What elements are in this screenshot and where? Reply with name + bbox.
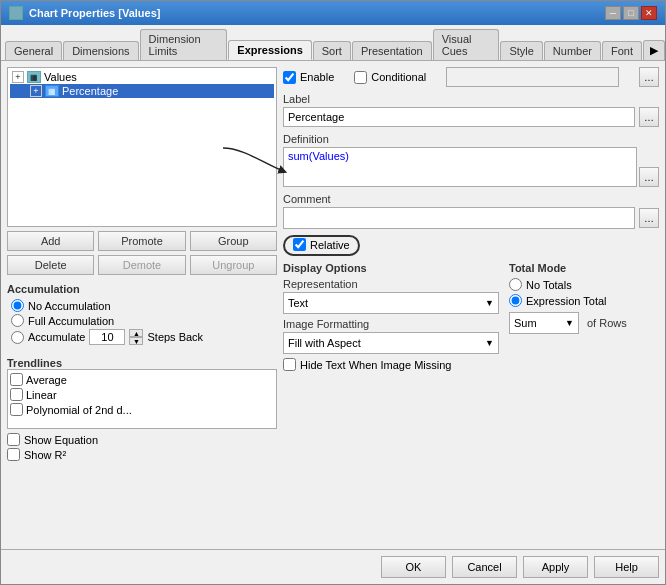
tree-toggle-percentage[interactable]: + — [30, 85, 42, 97]
conditional-browse-btn[interactable]: … — [639, 67, 659, 87]
representation-row: Text ▼ — [283, 292, 499, 314]
tab-more[interactable]: ▶ — [643, 40, 665, 60]
definition-section: Definition sum(Values) … — [283, 133, 659, 187]
tab-sort[interactable]: Sort — [313, 41, 351, 60]
definition-value: sum(Values) — [288, 150, 349, 162]
conditional-checkbox[interactable] — [354, 71, 367, 84]
representation-dropdown-arrow: ▼ — [485, 298, 494, 308]
spin-up-button[interactable]: ▲ — [129, 329, 143, 337]
image-formatting-value: Fill with Aspect — [288, 337, 361, 349]
trendline-poly2-check[interactable] — [10, 403, 23, 416]
trendline-average-check[interactable] — [10, 373, 23, 386]
radio-no-totals-input[interactable] — [509, 278, 522, 291]
radio-no-accumulation[interactable]: No Accumulation — [11, 299, 277, 312]
values-icon: ▦ — [27, 71, 41, 83]
add-button[interactable]: Add — [7, 231, 94, 251]
trendline-average[interactable]: Average — [10, 372, 274, 387]
hide-text-check-row[interactable]: Hide Text When Image Missing — [283, 358, 499, 371]
tabs-bar: General Dimensions Dimension Limits Expr… — [1, 25, 665, 61]
trendlines-list[interactable]: Average Linear Polynomial of 2nd d... — [7, 369, 277, 429]
sum-value: Sum — [514, 317, 537, 329]
comment-input[interactable] — [283, 207, 635, 229]
delete-button[interactable]: Delete — [7, 255, 94, 275]
help-button[interactable]: Help — [594, 556, 659, 578]
group-button[interactable]: Group — [190, 231, 277, 251]
enable-check-row[interactable]: Enable — [283, 71, 334, 84]
total-mode-group: No Totals Expression Total Sum ▼ of Rows — [509, 278, 659, 334]
radio-full-accumulation[interactable]: Full Accumulation — [11, 314, 277, 327]
tab-presentation[interactable]: Presentation — [352, 41, 432, 60]
label-section: Label … — [283, 93, 659, 127]
label-browse-btn[interactable]: … — [639, 107, 659, 127]
tab-style[interactable]: Style — [500, 41, 542, 60]
trendline-linear-check[interactable] — [10, 388, 23, 401]
radio-full-acc-input[interactable] — [11, 314, 24, 327]
sum-dropdown[interactable]: Sum ▼ — [509, 312, 579, 334]
tab-font[interactable]: Font — [602, 41, 642, 60]
relative-circle: Relative — [283, 235, 360, 256]
enable-checkbox[interactable] — [283, 71, 296, 84]
close-button[interactable]: ✕ — [641, 6, 657, 20]
minimize-button[interactable]: ─ — [605, 6, 621, 20]
image-formatting-label: Image Formatting — [283, 318, 499, 330]
show-r2-check[interactable] — [7, 448, 20, 461]
ungroup-button[interactable]: Ungroup — [190, 255, 277, 275]
radio-no-acc-input[interactable] — [11, 299, 24, 312]
representation-dropdown[interactable]: Text ▼ — [283, 292, 499, 314]
radio-expression-total-input[interactable] — [509, 294, 522, 307]
conditional-input[interactable] — [446, 67, 619, 87]
percentage-icon: ▦ — [45, 85, 59, 97]
expression-tree[interactable]: + ▦ Values + ▦ Percentage — [7, 67, 277, 227]
show-equation-row[interactable]: Show Equation — [7, 433, 277, 446]
tab-dimensions[interactable]: Dimensions — [63, 41, 138, 60]
relative-check-row[interactable]: Relative — [293, 238, 350, 251]
radio-accumulate[interactable]: Accumulate ▲ ▼ Steps Back — [11, 329, 277, 345]
trendline-poly2-label: Polynomial of 2nd d... — [26, 404, 132, 416]
comment-browse-btn[interactable]: … — [639, 208, 659, 228]
tree-item-percentage[interactable]: + ▦ Percentage — [10, 84, 274, 98]
bottom-btn-row: Delete Demote Ungroup — [7, 255, 277, 275]
radio-expression-total[interactable]: Expression Total — [509, 294, 659, 307]
apply-button[interactable]: Apply — [523, 556, 588, 578]
tab-general[interactable]: General — [5, 41, 62, 60]
steps-input[interactable] — [89, 329, 125, 345]
trendline-linear[interactable]: Linear — [10, 387, 274, 402]
tree-item-values[interactable]: + ▦ Values — [10, 70, 274, 84]
image-formatting-section: Image Formatting Fill with Aspect ▼ — [283, 318, 499, 354]
image-formatting-dropdown[interactable]: Fill with Aspect ▼ — [283, 332, 499, 354]
of-rows-label: of Rows — [587, 317, 627, 329]
trendline-linear-label: Linear — [26, 389, 57, 401]
relative-label: Relative — [310, 239, 350, 251]
label-field-label: Label — [283, 93, 659, 105]
main-window: Chart Properties [Values] ─ □ ✕ General … — [0, 0, 666, 585]
relative-checkbox[interactable] — [293, 238, 306, 251]
spin-down-button[interactable]: ▼ — [129, 337, 143, 345]
show-equation-label: Show Equation — [24, 434, 98, 446]
representation-label: Representation — [283, 278, 499, 290]
conditional-check-row[interactable]: Conditional — [354, 71, 426, 84]
trendline-poly2[interactable]: Polynomial of 2nd d... — [10, 402, 274, 417]
definition-browse-btn[interactable]: … — [639, 167, 659, 187]
ok-button[interactable]: OK — [381, 556, 446, 578]
tree-toggle-values[interactable]: + — [12, 71, 24, 83]
hide-text-checkbox[interactable] — [283, 358, 296, 371]
tab-dimension-limits[interactable]: Dimension Limits — [140, 29, 228, 60]
spin-buttons: ▲ ▼ — [129, 329, 143, 345]
definition-textarea[interactable]: sum(Values) — [283, 147, 637, 187]
promote-button[interactable]: Promote — [98, 231, 185, 251]
label-input[interactable] — [283, 107, 635, 127]
accumulation-group: No Accumulation Full Accumulation Accumu… — [7, 299, 277, 345]
show-r2-row[interactable]: Show R² — [7, 448, 277, 461]
show-equation-check[interactable] — [7, 433, 20, 446]
radio-acc-input[interactable] — [11, 331, 24, 344]
tab-expressions[interactable]: Expressions — [228, 40, 311, 60]
sum-row: Sum ▼ of Rows — [509, 312, 659, 334]
radio-no-totals[interactable]: No Totals — [509, 278, 659, 291]
image-formatting-row: Fill with Aspect ▼ — [283, 332, 499, 354]
maximize-button[interactable]: □ — [623, 6, 639, 20]
tab-number[interactable]: Number — [544, 41, 601, 60]
tab-visual-cues[interactable]: Visual Cues — [433, 29, 500, 60]
demote-button[interactable]: Demote — [98, 255, 185, 275]
cancel-button[interactable]: Cancel — [452, 556, 517, 578]
label-input-row: … — [283, 107, 659, 127]
